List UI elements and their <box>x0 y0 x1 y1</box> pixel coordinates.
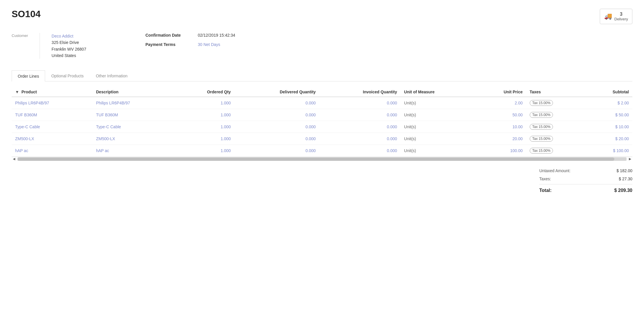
cell-unit-of-measure: Unit(s) <box>401 145 475 157</box>
cell-taxes: Tax 15.00% <box>526 133 586 145</box>
horizontal-scrollbar[interactable]: ◀ ▶ <box>12 157 632 161</box>
cell-invoiced-quantity: 0.000 <box>319 133 401 145</box>
tax-badge: Tax 15.00% <box>530 124 553 130</box>
cell-product[interactable]: ZM500-LX <box>12 133 92 145</box>
col-unit-of-measure[interactable]: Unit of Measure <box>401 87 475 97</box>
payment-terms-value: 30 Net Days <box>198 42 220 47</box>
cell-ordered-qty: 1.000 <box>173 145 234 157</box>
cell-unit-price: 20.00 <box>475 133 526 145</box>
cell-invoiced-quantity: 0.000 <box>319 145 401 157</box>
cell-product[interactable]: Type-C Cable <box>12 121 92 133</box>
page-header: SO104 🚚 3 Delivery <box>12 9 632 24</box>
payment-terms-link[interactable]: 30 Net Days <box>198 42 220 47</box>
confirmation-date-row: Confirmation Date 02/12/2019 15:42:34 <box>145 33 235 38</box>
cell-ordered-qty: 1.000 <box>173 97 234 109</box>
untaxed-amount-label: Untaxed Amount: <box>539 168 579 173</box>
customer-address-line2: Franklin WV 26807 <box>51 46 86 52</box>
cell-invoiced-quantity: 0.000 <box>319 97 401 109</box>
cell-delivered-quantity: 0.000 <box>234 97 319 109</box>
cell-unit-of-measure: Unit(s) <box>401 97 475 109</box>
col-ordered-qty[interactable]: Ordered Qty <box>173 87 234 97</box>
cell-ordered-qty: 1.000 <box>173 109 234 121</box>
scroll-right-arrow[interactable]: ▶ <box>628 157 632 161</box>
cell-delivered-quantity: 0.000 <box>234 145 319 157</box>
taxes-value: $ 27.30 <box>619 177 632 181</box>
table-row: Type-C Cable Type-C Cable 1.000 0.000 0.… <box>12 121 632 133</box>
tax-badge: Tax 15.00% <box>530 136 553 142</box>
cell-delivered-quantity: 0.000 <box>234 133 319 145</box>
cell-unit-price: 100.00 <box>475 145 526 157</box>
cell-invoiced-quantity: 0.000 <box>319 121 401 133</box>
sort-icon: ▼ <box>15 90 19 94</box>
total-row: Total: $ 209.30 <box>539 186 632 195</box>
payment-terms-row: Payment Terms 30 Net Days <box>145 42 235 47</box>
col-invoiced-quantity[interactable]: Invoiced Quantity <box>319 87 401 97</box>
total-label: Total: <box>539 188 560 193</box>
cell-unit-price: 2.00 <box>475 97 526 109</box>
cell-subtotal: $ 100.00 <box>586 145 632 157</box>
col-taxes[interactable]: Taxes <box>526 87 586 97</box>
col-description[interactable]: Description <box>92 87 173 97</box>
tab-other-information[interactable]: Other Information <box>90 70 134 81</box>
table-row: TUF B360M TUF B360M 1.000 0.000 0.000 Un… <box>12 109 632 121</box>
scrollbar-thumb[interactable] <box>17 157 614 161</box>
cell-unit-of-measure: Unit(s) <box>401 121 475 133</box>
customer-name-link[interactable]: Deco Addict <box>51 34 73 38</box>
cell-unit-of-measure: Unit(s) <box>401 133 475 145</box>
tab-bar: Order Lines Optional Products Other Info… <box>12 70 632 81</box>
total-value: $ 209.30 <box>614 188 632 193</box>
tax-badge: Tax 15.00% <box>530 100 553 106</box>
cell-subtotal: $ 20.00 <box>586 133 632 145</box>
cell-description[interactable]: hAP ac <box>92 145 173 157</box>
cell-delivered-quantity: 0.000 <box>234 121 319 133</box>
order-lines-table-wrapper: ▼ Product Description Ordered Qty Delive… <box>12 87 632 157</box>
cell-taxes: Tax 15.00% <box>526 145 586 157</box>
table-header-row: ▼ Product Description Ordered Qty Delive… <box>12 87 632 97</box>
untaxed-amount-row: Untaxed Amount: $ 182.00 <box>539 167 632 175</box>
delivery-label: Delivery <box>614 17 628 22</box>
totals-section: Untaxed Amount: $ 182.00 Taxes: $ 27.30 … <box>12 167 632 195</box>
cell-subtotal: $ 2.00 <box>586 97 632 109</box>
vertical-divider <box>40 33 40 59</box>
cell-ordered-qty: 1.000 <box>173 133 234 145</box>
cell-unit-price: 10.00 <box>475 121 526 133</box>
tab-order-lines[interactable]: Order Lines <box>12 70 45 81</box>
col-product[interactable]: ▼ Product <box>12 87 92 97</box>
customer-address-line3: United States <box>51 52 86 59</box>
cell-description[interactable]: Philips LR6P4B/97 <box>92 97 173 109</box>
cell-unit-of-measure: Unit(s) <box>401 109 475 121</box>
table-row: hAP ac hAP ac 1.000 0.000 0.000 Unit(s) … <box>12 145 632 157</box>
cell-description[interactable]: Type-C Cable <box>92 121 173 133</box>
info-section: Customer Deco Addict 325 Elsie Drive Fra… <box>12 33 632 59</box>
cell-description[interactable]: ZM500-LX <box>92 133 173 145</box>
customer-address-line1: 325 Elsie Drive <box>51 39 86 46</box>
cell-unit-price: 50.00 <box>475 109 526 121</box>
cell-taxes: Tax 15.00% <box>526 121 586 133</box>
confirmation-date-label: Confirmation Date <box>145 33 192 38</box>
confirmation-date-value: 02/12/2019 15:42:34 <box>198 33 235 38</box>
col-delivered-quantity[interactable]: Delivered Quantity <box>234 87 319 97</box>
cell-product[interactable]: Philips LR6P4B/97 <box>12 97 92 109</box>
page-title: SO104 <box>12 9 41 19</box>
tax-badge: Tax 15.00% <box>530 148 553 154</box>
payment-terms-label: Payment Terms <box>145 42 192 47</box>
delivery-count: 3 <box>614 11 628 17</box>
cell-description[interactable]: TUF B360M <box>92 109 173 121</box>
cell-delivered-quantity: 0.000 <box>234 109 319 121</box>
cell-product[interactable]: hAP ac <box>12 145 92 157</box>
untaxed-amount-value: $ 182.00 <box>617 168 633 173</box>
cell-invoiced-quantity: 0.000 <box>319 109 401 121</box>
delivery-button[interactable]: 🚚 3 Delivery <box>600 9 632 24</box>
scroll-left-arrow[interactable]: ◀ <box>12 157 16 161</box>
col-unit-price[interactable]: Unit Price <box>475 87 526 97</box>
col-product-label: Product <box>22 90 37 94</box>
col-subtotal[interactable]: Subtotal <box>586 87 632 97</box>
customer-value: Deco Addict 325 Elsie Drive Franklin WV … <box>51 33 86 59</box>
tab-optional-products[interactable]: Optional Products <box>45 70 90 81</box>
cell-product[interactable]: TUF B360M <box>12 109 92 121</box>
tax-badge: Tax 15.00% <box>530 112 553 118</box>
cell-subtotal: $ 50.00 <box>586 109 632 121</box>
customer-label: Customer <box>12 33 28 59</box>
delivery-info: 3 Delivery <box>614 11 628 22</box>
scrollbar-track[interactable] <box>17 157 627 161</box>
